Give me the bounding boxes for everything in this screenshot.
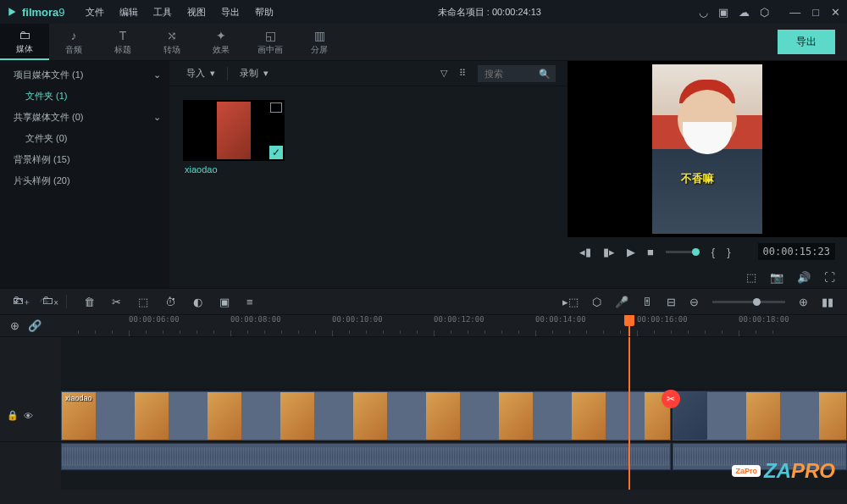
prev-frame-button[interactable]: ◂▮ <box>579 246 591 258</box>
media-sidebar: 项目媒体文件 (1)⌄ 文件夹 (1) 共享媒体文件 (0)⌄ 文件夹 (0) … <box>0 61 169 288</box>
grid-view-icon[interactable]: ⠿ <box>459 68 466 79</box>
save-icon[interactable]: ▣ <box>718 6 728 19</box>
sidebar-item-intros[interactable]: 片头样例 (20) <box>0 170 169 191</box>
preview-viewport[interactable]: 不香嘛 <box>567 61 847 237</box>
timeline-audio-clip[interactable] <box>61 443 671 470</box>
app-logo: filmora9 <box>7 6 65 19</box>
watermark: ZaPro ZAPRO <box>732 459 835 483</box>
zoom-in-button[interactable]: ⊕ <box>799 296 808 308</box>
import-dropdown[interactable]: 导入 ▾ <box>181 64 220 82</box>
main-menu: 文件 编辑 工具 视图 导出 帮助 <box>79 3 280 22</box>
text-icon: T <box>119 29 127 42</box>
pip-icon: ◱ <box>265 29 276 42</box>
color-button[interactable]: ◐ <box>193 296 202 308</box>
music-icon: ♪ <box>71 29 77 42</box>
snapshot-icon[interactable]: 📷 <box>770 271 783 284</box>
tab-effects[interactable]: ✦ 效果 <box>197 24 246 60</box>
panel-tabs: 🗀 媒体 ♪ 音频 T 标题 ⤭ 转场 ✦ 效果 ◱ 画中画 ▥ 分屏 导出 <box>0 24 847 61</box>
maximize-button[interactable]: □ <box>812 6 819 19</box>
tab-audio[interactable]: ♪ 音频 <box>49 24 98 60</box>
timeline-tracks[interactable]: xiaodao ✂ <box>61 337 847 490</box>
mixer-button[interactable]: 🎚 <box>642 296 653 308</box>
timeline-ruler-row: ⊕ 🔗 00:00:06:0000:00:08:0000:00:10:0000:… <box>0 315 847 337</box>
sidebar-item-folder-0[interactable]: 文件夹 (0) <box>0 128 169 149</box>
mark-in-button[interactable]: { <box>711 246 715 258</box>
menu-help[interactable]: 帮助 <box>248 3 280 22</box>
tab-splitscreen[interactable]: ▥ 分屏 <box>295 24 344 60</box>
menu-export[interactable]: 导出 <box>214 3 246 22</box>
video-track-header[interactable]: 主 1 🔒 👁 <box>0 390 61 442</box>
video-track-1[interactable]: xiaodao ✂ <box>61 390 847 442</box>
tab-pip[interactable]: ◱ 画中画 <box>246 24 295 60</box>
playback-controls: ◂▮ ▮▸ ▶ ■ { } 00:00:15:23 <box>567 237 847 266</box>
quality-icon[interactable]: ⬚ <box>746 271 756 284</box>
sidebar-item-backgrounds[interactable]: 背景样例 (15) <box>0 149 169 170</box>
timeline-clip[interactable]: xiaodao <box>61 391 671 440</box>
tab-transition[interactable]: ⤭ 转场 <box>147 24 197 60</box>
sidebar-item-folder-1[interactable]: 文件夹 (1) <box>0 86 169 107</box>
account-icon[interactable]: ◡ <box>699 6 708 19</box>
mute-icon[interactable]: 🔊 <box>797 271 811 284</box>
mark-out-button[interactable]: } <box>727 246 730 258</box>
close-button[interactable]: ✕ <box>831 6 840 19</box>
video-badge-icon <box>270 102 282 113</box>
sidebar-item-shared-media[interactable]: 共享媒体文件 (0)⌄ <box>0 107 169 128</box>
new-folder-icon[interactable]: 🗀₊ <box>12 293 30 307</box>
menu-edit[interactable]: 编辑 <box>113 3 145 22</box>
menu-view[interactable]: 视图 <box>180 3 213 22</box>
sidebar-item-project-media[interactable]: 项目媒体文件 (1)⌄ <box>0 64 169 86</box>
settings-icon[interactable]: ⬡ <box>760 6 769 19</box>
media-browser: 导入 ▾ 录制 ▾ ▽ ⠿ 🔍 ✓ xiaodao <box>169 61 567 288</box>
timeline-clip[interactable] <box>673 391 847 440</box>
project-title: 未命名项目 : 00:00:24:13 <box>284 6 696 19</box>
tab-title[interactable]: T 标题 <box>98 24 147 60</box>
fx-icon: ✦ <box>216 29 226 42</box>
chevron-down-icon: ⌄ <box>153 112 161 123</box>
add-track-button[interactable]: ⊕ <box>10 319 19 332</box>
search-input[interactable]: 🔍 <box>478 65 556 82</box>
redo-button[interactable]: ↷ <box>40 296 49 308</box>
voiceover-button[interactable]: 🎤 <box>615 296 628 308</box>
filter-icon[interactable]: ▽ <box>440 68 447 79</box>
chevron-down-icon: ▾ <box>263 68 268 79</box>
playhead[interactable] <box>628 337 630 490</box>
cut-marker-icon[interactable]: ✂ <box>662 390 680 408</box>
thumbnail-label: xiaodao <box>183 164 285 174</box>
visibility-icon[interactable]: 👁 <box>24 411 33 421</box>
timeline-ruler[interactable]: 00:00:06:0000:00:08:0000:00:10:0000:00:1… <box>61 315 847 336</box>
split-icon: ▥ <box>314 29 325 42</box>
volume-slider[interactable] <box>666 251 700 253</box>
folder-icon: 🗀 <box>19 28 30 42</box>
timeline: 主 1 🔒 👁 xiaodao ✂ ZaPro ZAPRO <box>0 337 847 490</box>
marker-button[interactable]: ⬡ <box>592 296 601 308</box>
track-manager-button[interactable]: ⊟ <box>667 296 676 308</box>
stop-button[interactable]: ■ <box>647 246 654 258</box>
export-button[interactable]: 导出 <box>778 30 835 54</box>
link-button[interactable]: 🔗 <box>28 319 42 332</box>
audio-track-1[interactable] <box>61 442 847 471</box>
play-button[interactable]: ▶ <box>627 246 635 258</box>
greenscreen-button[interactable]: ▣ <box>219 296 230 308</box>
lock-icon[interactable]: 🔒 <box>7 410 19 421</box>
used-check-icon: ✓ <box>269 146 283 159</box>
minimize-button[interactable]: — <box>789 6 800 19</box>
menu-tools[interactable]: 工具 <box>147 3 179 22</box>
render-button[interactable]: ▸⬚ <box>562 296 579 308</box>
preview-subtitle: 不香嘛 <box>681 171 714 186</box>
transition-icon: ⤭ <box>167 29 177 42</box>
zoom-fit-button[interactable]: ▮▮ <box>822 296 833 308</box>
next-frame-button[interactable]: ▮▸ <box>603 246 615 258</box>
zoom-slider[interactable] <box>712 301 785 303</box>
chevron-down-icon: ▾ <box>210 68 215 79</box>
fullscreen-icon[interactable]: ⛶ <box>824 271 835 284</box>
zoom-out-button[interactable]: ⊖ <box>689 296 699 308</box>
record-dropdown[interactable]: 录制 ▾ <box>235 64 274 82</box>
title-actions: ◡ ▣ ☁ ⬡ — □ ✕ <box>699 6 840 19</box>
tab-media[interactable]: 🗀 媒体 <box>0 24 49 60</box>
cloud-icon[interactable]: ☁ <box>739 6 750 19</box>
titlebar: filmora9 文件 编辑 工具 视图 导出 帮助 未命名项目 : 00:00… <box>0 0 847 24</box>
media-thumbnail[interactable]: ✓ xiaodao <box>183 100 285 174</box>
logo-icon <box>7 6 19 18</box>
menu-file[interactable]: 文件 <box>79 3 111 22</box>
adjust-button[interactable]: ≡ <box>246 296 253 308</box>
